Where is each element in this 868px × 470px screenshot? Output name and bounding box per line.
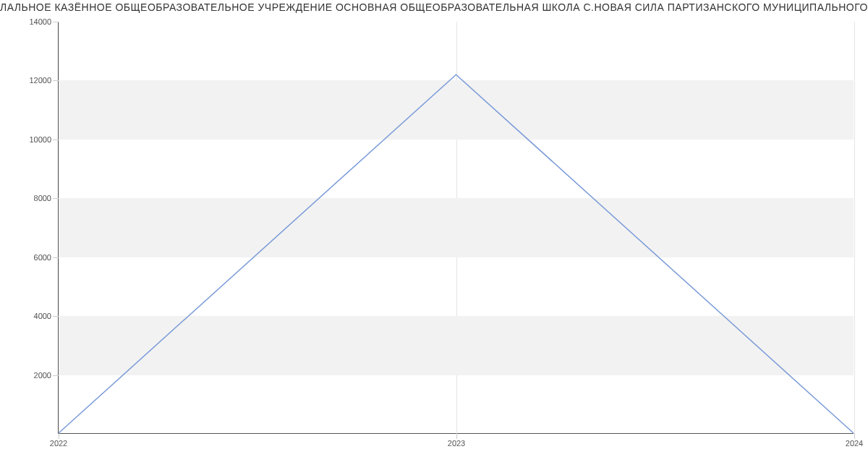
x-tick-label: 2023 xyxy=(448,439,465,448)
y-tick-label: 6000 xyxy=(34,253,51,262)
x-tick-label: 2022 xyxy=(50,439,67,448)
x-tick-label: 2024 xyxy=(846,439,863,448)
y-tick-label: 4000 xyxy=(34,312,51,320)
y-tick xyxy=(53,198,59,199)
plot-area: 2000400060008000100001200014000202220232… xyxy=(58,22,854,434)
x-gridline xyxy=(854,22,855,433)
x-tick xyxy=(456,433,457,439)
y-tick xyxy=(53,316,59,317)
y-tick-label: 12000 xyxy=(29,76,51,85)
y-tick-label: 8000 xyxy=(34,194,51,202)
y-tick-label: 10000 xyxy=(29,135,51,144)
line-series xyxy=(59,22,854,433)
y-tick xyxy=(53,257,59,258)
y-tick xyxy=(53,80,59,81)
y-tick xyxy=(53,22,59,22)
x-tick xyxy=(59,433,59,439)
x-tick xyxy=(854,433,855,439)
chart-title: ЛАЛЬНОЕ КАЗЁННОЕ ОБЩЕОБРАЗОВАТЕЛЬНОЕ УЧР… xyxy=(0,1,868,13)
y-tick xyxy=(53,140,59,140)
y-tick-label: 2000 xyxy=(34,371,51,380)
y-tick xyxy=(53,375,59,376)
y-tick-label: 14000 xyxy=(29,17,51,26)
